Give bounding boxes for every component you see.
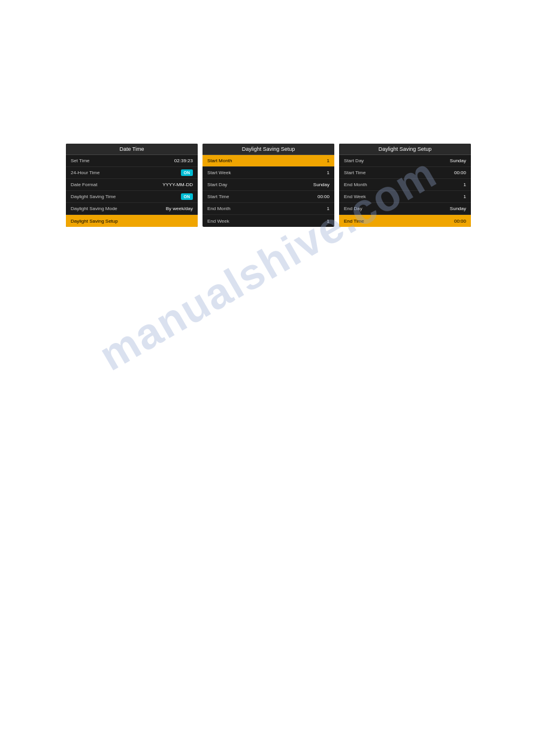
- set-time-label: Set Time: [71, 158, 90, 163]
- start-time-label: Start Time: [207, 194, 229, 199]
- daylight-saving-mode-value: By week/day: [166, 206, 193, 211]
- p3-end-day-value: Sunday: [450, 206, 466, 211]
- row-24hour-time[interactable]: 24-Hour Time ON: [66, 167, 198, 179]
- row-daylight-saving-mode[interactable]: Daylight Saving Mode By week/day: [66, 203, 198, 215]
- start-month-value: 1: [327, 158, 330, 163]
- panels-container: Date Time Set Time 02:39:23 24-Hour Time…: [66, 144, 471, 227]
- start-month-label: Start Month: [207, 158, 232, 163]
- 24hour-time-label: 24-Hour Time: [71, 170, 99, 175]
- date-format-value: YYYY-MM-DD: [162, 182, 193, 187]
- row-end-month[interactable]: End Month 1: [202, 203, 334, 215]
- p3-start-day-label: Start Day: [344, 158, 364, 163]
- p3-end-month-label: End Month: [344, 182, 367, 187]
- p3-end-time-label: End Time: [344, 218, 364, 224]
- panel-daylight-saving-1-header: Daylight Saving Setup: [202, 144, 334, 155]
- p3-end-month-value: 1: [464, 182, 466, 187]
- 24hour-time-toggle[interactable]: ON: [181, 169, 194, 176]
- end-week-value: 1: [327, 218, 330, 224]
- p3-end-day-label: End Day: [344, 206, 362, 211]
- start-day-value: Sunday: [313, 182, 330, 187]
- p3-end-week-value: 1: [464, 194, 466, 199]
- row-start-day[interactable]: Start Day Sunday: [202, 179, 334, 191]
- p3-end-time-value: 00:00: [454, 218, 466, 224]
- row-start-week[interactable]: Start Week 1: [202, 167, 334, 179]
- panel-daylight-saving-2: Daylight Saving Setup Start Day Sunday S…: [339, 144, 471, 227]
- date-format-label: Date Format: [71, 182, 97, 187]
- start-week-value: 1: [327, 170, 330, 175]
- row-p3-end-month[interactable]: End Month 1: [339, 179, 471, 191]
- panel-date-time-header: Date Time: [66, 144, 198, 155]
- start-week-label: Start Week: [207, 170, 231, 175]
- p3-start-time-label: Start Time: [344, 170, 365, 175]
- set-time-value: 02:39:23: [174, 158, 193, 163]
- start-day-label: Start Day: [207, 182, 227, 187]
- daylight-saving-time-toggle[interactable]: ON: [181, 193, 194, 200]
- row-start-month[interactable]: Start Month 1: [202, 155, 334, 167]
- row-daylight-saving-time[interactable]: Daylight Saving Time ON: [66, 191, 198, 203]
- daylight-saving-mode-label: Daylight Saving Mode: [71, 206, 117, 211]
- end-month-value: 1: [327, 206, 330, 211]
- panel-daylight-saving-2-header: Daylight Saving Setup: [339, 144, 471, 155]
- row-daylight-saving-setup[interactable]: Daylight Saving Setup: [66, 215, 198, 227]
- row-p3-start-day[interactable]: Start Day Sunday: [339, 155, 471, 167]
- panel-date-time: Date Time Set Time 02:39:23 24-Hour Time…: [66, 144, 198, 227]
- row-start-time[interactable]: Start Time 00:00: [202, 191, 334, 203]
- row-p3-end-week[interactable]: End Week 1: [339, 191, 471, 203]
- row-end-week[interactable]: End Week 1: [202, 215, 334, 227]
- p3-start-day-value: Sunday: [450, 158, 466, 163]
- row-p3-end-time[interactable]: End Time 00:00: [339, 215, 471, 227]
- row-p3-end-day[interactable]: End Day Sunday: [339, 203, 471, 215]
- end-week-label: End Week: [207, 218, 229, 224]
- row-set-time[interactable]: Set Time 02:39:23: [66, 155, 198, 167]
- p3-end-week-label: End Week: [344, 194, 366, 199]
- panel-daylight-saving-1: Daylight Saving Setup Start Month 1 Star…: [202, 144, 334, 227]
- row-p3-start-time[interactable]: Start Time 00:00: [339, 167, 471, 179]
- daylight-saving-time-label: Daylight Saving Time: [71, 194, 116, 199]
- start-time-value: 00:00: [318, 194, 330, 199]
- end-month-label: End Month: [207, 206, 231, 211]
- row-date-format[interactable]: Date Format YYYY-MM-DD: [66, 179, 198, 191]
- daylight-saving-setup-label: Daylight Saving Setup: [71, 218, 118, 224]
- p3-start-time-value: 00:00: [454, 170, 466, 175]
